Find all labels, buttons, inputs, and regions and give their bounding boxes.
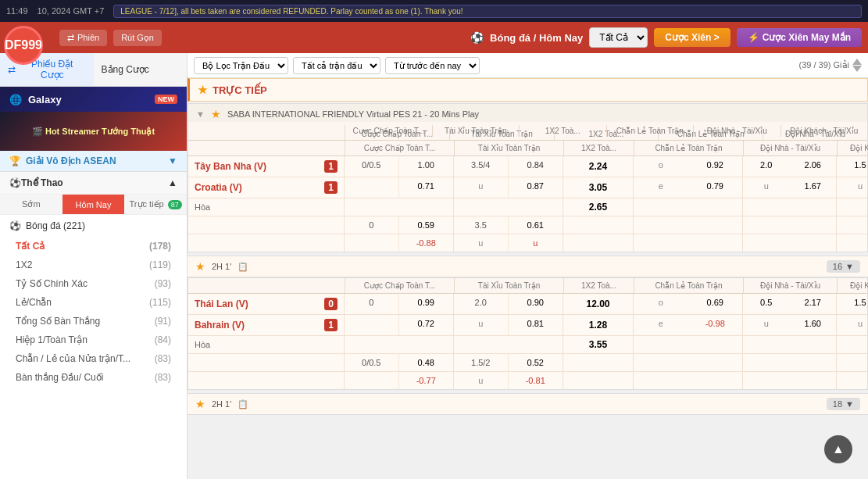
- x2-draw[interactable]: 2.65: [563, 198, 634, 216]
- tai-t1-line[interactable]: 3.5/4: [454, 156, 509, 177]
- chanle-team1: o 0.92: [634, 156, 743, 177]
- chap-t1-line[interactable]: 0/0.5: [345, 156, 399, 177]
- rut-go-button[interactable]: Rút Gọn: [113, 30, 162, 46]
- chanle-t1-val[interactable]: 0.92: [688, 156, 743, 177]
- tab-som[interactable]: Sớm: [0, 195, 63, 214]
- time-display: 11:49: [6, 6, 28, 16]
- match-section-1: ▼ ★ SABA INTERNATIONAL FRIENDLY Virtual …: [188, 103, 868, 252]
- the-thao-header[interactable]: ⚽ Thể Thao ▲: [0, 172, 187, 195]
- match1-extra-row2: -0.88 u u: [188, 234, 867, 252]
- notice-banner: LEAGUE - 7/12], all bets taken are consi…: [113, 5, 862, 18]
- match2-extra1: 0/0.5 0.48 1.5/2 0.52: [188, 354, 867, 372]
- x2-team2[interactable]: 3.05: [563, 177, 634, 198]
- tai-t1-val[interactable]: 0.84: [509, 156, 563, 177]
- match1-rows: Tây Ban Nha (V) 1 0/0.5 1.00 3.5/4 0.84: [188, 156, 867, 252]
- section-divider-1: ★ 2H 1' 📋 16 ▼: [188, 256, 868, 277]
- chap-t1-val[interactable]: 1.00: [399, 156, 454, 177]
- x2-team1[interactable]: 2.24: [563, 156, 634, 177]
- doinha-team2: u 1.67: [743, 177, 837, 198]
- match2-header: Cược Chấp Toàn T... Tài Xỉu Toàn Trận 1X…: [188, 278, 867, 294]
- nav-bar: DF999 ⇄ Phiên Rút Gọn ⚽ Bóng đá / Hôm Na…: [0, 22, 868, 53]
- time-label: 2H 1': [212, 262, 231, 271]
- match1-team2-row: Croatia (V) 1 0.71 u 0.87 3.05: [188, 177, 867, 198]
- league-name-1: SABA INTERNATIONAL FRIENDLY Virtual PES …: [227, 109, 859, 119]
- sort-buttons[interactable]: [852, 59, 862, 72]
- submenu-item-1[interactable]: 1X2 (119): [0, 256, 187, 274]
- sidebar: ⇄ Phiếu Đặt Cược Bảng Cược 🌐 Galaxy NEW …: [0, 53, 188, 479]
- cuoc-xien-may-man-button[interactable]: ⚡ Cược Xiên May Mắn: [737, 28, 862, 47]
- trophy-icon: 🏆: [9, 155, 21, 166]
- match1-extra-row1: 0 0.59 3.5 0.61: [188, 216, 867, 234]
- tab-hom-nay[interactable]: Hôm Nay: [63, 195, 125, 214]
- match-number-badge: 16 ▼: [827, 260, 860, 273]
- live-label: TRỰC TIẾP: [213, 84, 267, 96]
- filter-row: Bộ Lọc Trận Đấu Tất cả trận đấu Từ trước…: [188, 53, 868, 78]
- section-divider-2: ★ 2H 1' 📋 18 ▼: [188, 393, 868, 415]
- sidebar-banner: 🎬 Hot Streamer Tướng Thuật: [0, 112, 187, 151]
- transfer-icon: ⇄: [67, 33, 74, 43]
- submenu-item-2[interactable]: Tỷ Số Chính Xác (93): [0, 274, 187, 293]
- match2-rows: Thái Lan (V) 0 0 0.99 2.0 0.90 12.00: [188, 294, 867, 389]
- sidebar-giai-vo-dich[interactable]: 🏆 Giải Vô Địch ASEAN ▼: [0, 151, 187, 172]
- team2-name[interactable]: Croatia (V) 1: [195, 181, 338, 194]
- tab-truc-tiep[interactable]: Trực tiếp 87: [124, 195, 187, 214]
- collapse-icon[interactable]: ▼: [196, 109, 205, 119]
- tat-ca-dropdown[interactable]: Tất Cả: [589, 27, 648, 48]
- table-icon-2: 📋: [238, 399, 248, 409]
- new-badge: NEW: [155, 95, 177, 104]
- galaxy-icon: 🌐: [9, 94, 22, 105]
- tai-team1: 3.5/4 0.84: [454, 156, 563, 177]
- star-icon: ★: [195, 260, 205, 273]
- phien-button[interactable]: ⇄ Phiên: [59, 30, 107, 46]
- main-layout: ⇄ Phiếu Đặt Cược Bảng Cược 🌐 Galaxy NEW …: [0, 53, 868, 479]
- submenu-item-6[interactable]: Chẵn / Lẻ của Nửa trận/T... (83): [0, 349, 187, 368]
- soccer-ball-icon: ⚽: [9, 220, 21, 231]
- match2-team2-row: Bahrain (V) 1 0.72 u 0.81 1.28: [188, 315, 867, 336]
- bo-loc-dropdown[interactable]: Bộ Lọc Trận Đấu: [194, 57, 288, 74]
- sort-up-icon[interactable]: [852, 59, 862, 65]
- last-num-badge: 18 ▼: [827, 398, 860, 410]
- star-icon[interactable]: ★: [211, 108, 221, 120]
- chanle-team2: e 0.79: [634, 177, 743, 198]
- chap-team2: 0.71: [345, 177, 454, 198]
- submenu-item-7[interactable]: Bàn thắng Đầu/ Cuối (83): [0, 368, 187, 387]
- submenu-item-5[interactable]: Hiệp 1/Toàn Trận (84): [0, 331, 187, 349]
- sidebar-bong-da[interactable]: ⚽ Bóng đá (221): [0, 215, 187, 237]
- soccer-ball-icon: ⚽: [470, 31, 484, 44]
- sidebar-galaxy[interactable]: 🌐 Galaxy NEW: [0, 87, 187, 112]
- draw-label: Hòa: [188, 198, 345, 216]
- chevron-up-icon: ▲: [168, 177, 177, 188]
- live-header: ★ TRỰC TIẾP: [188, 78, 868, 102]
- sort-down-icon[interactable]: [852, 66, 862, 72]
- doikhach-team1: 1.5 1.58: [837, 156, 868, 177]
- sidebar-submenu: Tất Cả (178) 1X2 (119) Tỷ Số Chính Xác (…: [0, 237, 187, 387]
- match2-extra2: -0.77 u -0.81: [188, 372, 867, 389]
- sport-label: Bóng đá / Hôm Nay: [490, 32, 583, 44]
- num-badge-wrapper: 16 ▼: [827, 260, 860, 273]
- live-count-badge: 87: [168, 200, 182, 209]
- tab-row: Sớm Hôm Nay Trực tiếp 87: [0, 195, 187, 215]
- team1-name[interactable]: Tây Ban Nha (V) 1: [195, 160, 338, 173]
- match-section-2: Cược Chấp Toàn T... Tài Xỉu Toàn Trận 1X…: [188, 277, 868, 390]
- submenu-item-4[interactable]: Tổng Số Bàn Thắng (91): [0, 312, 187, 331]
- chanle-t1-label[interactable]: o: [634, 156, 688, 177]
- chap-team1: 0/0.5 1.00: [345, 156, 454, 177]
- date-display: 10, 2024 GMT +7: [38, 6, 105, 16]
- doikhach-team2: u 2.23: [837, 177, 868, 198]
- scroll-top-button[interactable]: ▲: [824, 435, 852, 463]
- giai-count: (39 / 39) Giải: [799, 59, 862, 72]
- time-range-dropdown[interactable]: Từ trước đến nay: [385, 57, 480, 74]
- match1-hoa-row: Hòa 2.65: [188, 198, 867, 216]
- top-bar: 11:49 10, 2024 GMT +7 LEAGUE - 7/12], al…: [0, 0, 868, 22]
- match1-team1-row: Tây Ban Nha (V) 1 0/0.5 1.00 3.5/4 0.84: [188, 156, 867, 177]
- tran-dau-dropdown[interactable]: Tất cả trận đấu: [293, 57, 380, 74]
- m2-draw-label: Hòa: [188, 336, 345, 353]
- submenu-item-0[interactable]: Tất Cả (178): [0, 237, 187, 256]
- cuoc-xien-button[interactable]: Cược Xiên >: [654, 28, 730, 47]
- bang-cuoc-button[interactable]: Bảng Cược: [94, 53, 188, 86]
- table-icon: 📋: [238, 262, 248, 272]
- doinha-team1: 2.0 2.06: [743, 156, 837, 177]
- team2-name-col: Croatia (V) 1: [188, 177, 345, 198]
- content-area: Bộ Lọc Trận Đấu Tất cả trận đấu Từ trước…: [188, 53, 868, 479]
- submenu-item-3[interactable]: Lẻ/Chẵn (115): [0, 293, 187, 312]
